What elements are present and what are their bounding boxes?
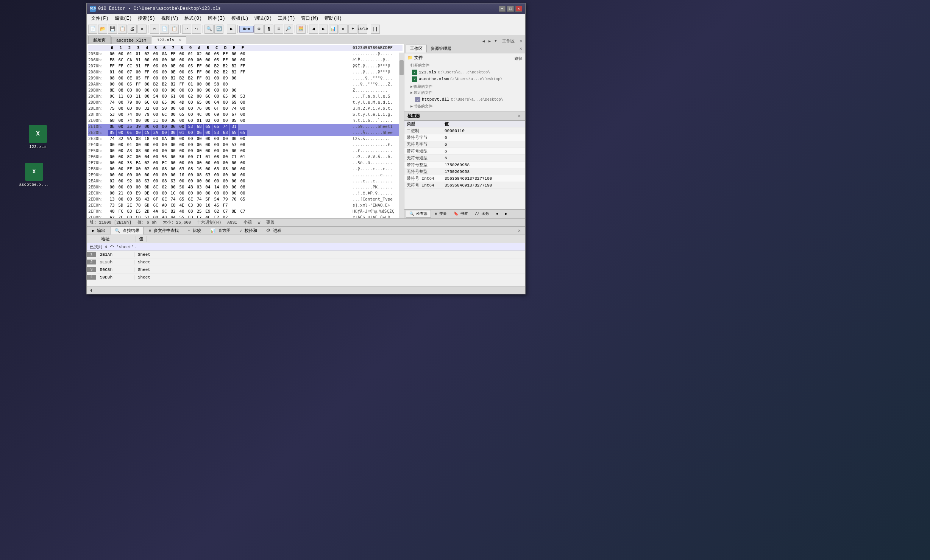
hex-cell-23-5[interactable]: 00 — [151, 190, 160, 196]
hex-cell-8-13[interactable]: 00 — [221, 100, 229, 106]
bottom-tab-process[interactable]: ⏱ 进程 — [262, 227, 285, 234]
hex-cell-4-12[interactable]: 00 — [212, 75, 221, 81]
menu-view[interactable]: 视图(V) — [158, 14, 182, 22]
hex-cell-24-12[interactable]: 54 — [212, 196, 221, 202]
hex-cell-11-10[interactable]: 01 — [195, 118, 203, 124]
hex-cell-17-9[interactable]: 00 — [186, 154, 195, 160]
hex-cell-14-5[interactable]: 00 — [151, 136, 160, 142]
hex-cell-8-7[interactable]: 00 — [169, 100, 177, 106]
hex-cell-26-5[interactable]: 4A — [151, 208, 160, 215]
hex-cell-8-6[interactable]: 65 — [160, 100, 169, 106]
hex-cell-6-13[interactable]: 00 — [221, 87, 229, 93]
hex-cell-13-8[interactable]: 01 — [178, 130, 186, 136]
hex-cell-7-11[interactable]: 6C — [204, 93, 212, 100]
hex-row-27[interactable]: 2F00h:A27CC0C85300484A55FBF74CF2D2¢|ÀÈS.… — [88, 215, 403, 218]
maximize-button[interactable]: □ — [507, 6, 514, 12]
toolbar-b5[interactable]: 🧮 — [296, 25, 306, 34]
hex-cell-4-4[interactable]: FF — [143, 75, 151, 81]
hex-cell-4-13[interactable]: 09 — [221, 75, 229, 81]
toolbar-b6[interactable]: ◀ — [309, 25, 318, 34]
hex-cell-25-8[interactable]: 4E — [178, 202, 186, 208]
hex-cell-13-1[interactable]: 00 — [117, 130, 125, 136]
hex-row-11[interactable]: 2E00h:68007400003100360060010200008500h.… — [88, 118, 403, 124]
hex-cell-0-13[interactable]: FF — [221, 51, 229, 57]
hex-cell-13-12[interactable]: 53 — [212, 130, 221, 136]
hex-cell-18-14[interactable]: 00 — [230, 160, 238, 166]
hex-cell-26-9[interactable]: 08 — [186, 208, 195, 215]
hex-cell-5-11[interactable]: 08 — [204, 81, 212, 87]
hex-cell-0-4[interactable]: 02 — [143, 51, 151, 57]
hex-cell-13-15[interactable]: 65 — [239, 130, 247, 136]
hex-cell-11-5[interactable]: 31 — [151, 118, 160, 124]
hex-cell-3-12[interactable]: B2 — [212, 69, 221, 75]
hex-cell-7-4[interactable]: 00 — [143, 93, 151, 100]
hex-row-8[interactable]: 2DD0h:740079006C0065004D00650064006900t.… — [88, 100, 403, 106]
hex-cell-4-1[interactable]: 00 — [117, 75, 125, 81]
hex-cell-7-5[interactable]: 54 — [151, 93, 160, 100]
hex-cell-7-12[interactable]: 00 — [212, 93, 221, 100]
hex-cell-18-11[interactable]: 00 — [204, 160, 212, 166]
hex-cell-16-13[interactable]: 00 — [221, 148, 229, 154]
hex-cell-9-5[interactable]: 00 — [151, 106, 160, 112]
menu-format[interactable]: 格式(O) — [181, 14, 205, 22]
hex-cell-16-9[interactable]: 00 — [186, 148, 195, 154]
hex-cell-15-11[interactable]: 00 — [204, 142, 212, 148]
hex-cell-17-1[interactable]: 00 — [117, 154, 125, 160]
hex-cell-13-7[interactable]: 00 — [169, 130, 177, 136]
hex-cell-15-3[interactable]: 00 — [134, 142, 142, 148]
hex-cell-19-5[interactable]: 00 — [151, 166, 160, 172]
toolbar-redo[interactable]: ↪ — [192, 25, 201, 34]
hex-cell-27-5[interactable]: 00 — [151, 215, 160, 218]
hex-cell-15-0[interactable]: 00 — [108, 142, 116, 148]
hex-cell-11-1[interactable]: 00 — [117, 118, 125, 124]
hex-cell-5-4[interactable]: 00 — [143, 81, 151, 87]
hex-cell-8-15[interactable]: 00 — [239, 100, 247, 106]
toolbar-find[interactable]: 🔍 — [204, 25, 214, 34]
hex-cell-7-3[interactable]: 11 — [134, 93, 142, 100]
hex-cell-27-8[interactable]: 55 — [178, 215, 186, 218]
hex-cell-24-11[interactable]: 5F — [204, 196, 212, 202]
close-button[interactable]: ✕ — [515, 6, 522, 12]
hex-cell-12-3[interactable]: 39 — [134, 124, 142, 130]
hex-cell-6-14[interactable]: 00 — [230, 87, 238, 93]
file-item-xls[interactable]: X 123.xls C:\Users\a...e\Desktop\ — [410, 69, 522, 76]
insp-tab-functions[interactable]: // 函数 — [472, 210, 492, 217]
hex-cell-9-14[interactable]: 74 — [230, 106, 238, 112]
toolbar-b12[interactable]: || — [371, 25, 380, 34]
hex-cell-20-2[interactable]: 00 — [125, 172, 134, 178]
hex-cell-20-14[interactable]: 00 — [230, 172, 238, 178]
hex-cell-8-1[interactable]: 00 — [117, 100, 125, 106]
hex-cell-16-1[interactable]: 00 — [117, 148, 125, 154]
hex-cell-2-7[interactable]: 0E — [169, 63, 177, 69]
right-tab-explorer[interactable]: 资源管理器 — [427, 45, 455, 52]
hex-cell-13-4[interactable]: C5 — [143, 130, 151, 136]
hex-cell-15-12[interactable]: 00 — [212, 142, 221, 148]
hex-cell-5-10[interactable]: 00 — [195, 81, 203, 87]
hex-cell-22-0[interactable]: 00 — [108, 184, 116, 190]
hex-cell-1-7[interactable]: 00 — [169, 57, 177, 63]
hex-cell-18-6[interactable]: FC — [160, 160, 169, 166]
hex-cell-25-6[interactable]: A0 — [160, 202, 169, 208]
hex-cell-8-10[interactable]: 65 — [195, 100, 203, 106]
hex-cell-20-12[interactable]: 00 — [212, 172, 221, 178]
hex-row-9[interactable]: 2DE0h:75006D0032005000690076006F007400u.… — [88, 106, 403, 112]
hex-cell-14-3[interactable]: 08 — [134, 136, 142, 142]
hex-cell-14-2[interactable]: 9A — [125, 136, 134, 142]
hex-cell-15-6[interactable]: 00 — [160, 142, 169, 148]
sr-row-0[interactable]: 12E1AhSheet — [87, 251, 525, 258]
hex-cell-7-8[interactable]: 00 — [178, 93, 186, 100]
hex-cell-15-15[interactable]: 08 — [239, 142, 247, 148]
hex-cell-0-12[interactable]: 05 — [212, 51, 221, 57]
hex-cell-19-8[interactable]: 63 — [178, 166, 186, 172]
hex-cell-1-0[interactable]: E8 — [108, 57, 116, 63]
hex-cell-4-8[interactable]: B2 — [178, 75, 186, 81]
hex-cell-6-9[interactable]: 00 — [186, 87, 195, 93]
hex-cell-11-11[interactable]: 02 — [204, 118, 212, 124]
hex-cell-22-8[interactable]: 50 — [178, 184, 186, 190]
hex-cell-25-7[interactable]: C8 — [169, 202, 177, 208]
toolbar-paste[interactable]: 📋 — [170, 25, 179, 34]
hex-cell-22-7[interactable]: 00 — [169, 184, 177, 190]
hex-cell-1-2[interactable]: CA — [125, 57, 134, 63]
hex-cell-7-1[interactable]: 11 — [117, 93, 125, 100]
hex-row-14[interactable]: 2E30h:74329A0818000A000000000000000000t2… — [88, 136, 403, 142]
